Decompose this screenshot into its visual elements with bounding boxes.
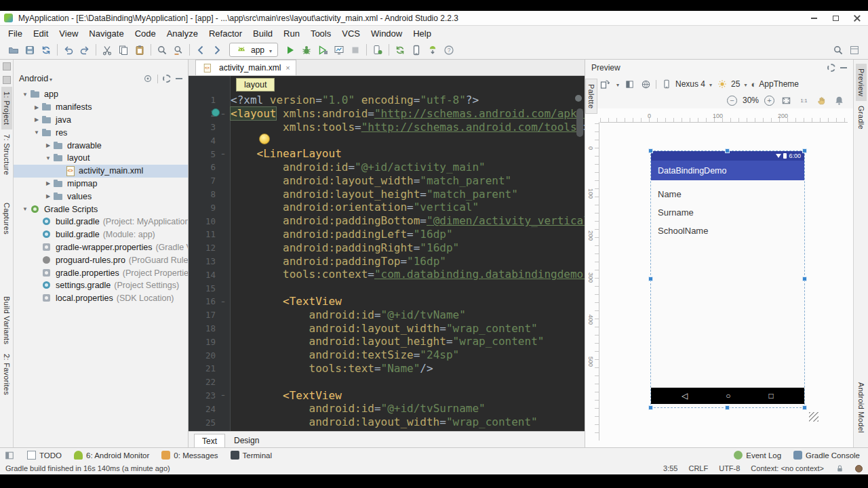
- resize-handle[interactable]: [725, 405, 730, 410]
- code-line[interactable]: 6 android:id="@+id/activity_main": [189, 161, 585, 174]
- device-selection[interactable]: 6:00 DataBindingDemo NameSurnameSchoolNa…: [650, 150, 805, 408]
- zoom-out-button[interactable]: [727, 96, 737, 106]
- tree-down-arrow-icon[interactable]: ▼: [32, 129, 41, 136]
- resize-handle[interactable]: [648, 405, 653, 410]
- close-tab-icon[interactable]: ×: [285, 64, 290, 72]
- tree-item-layout[interactable]: ▼layout: [14, 152, 188, 165]
- code-line[interactable]: 1<?xml version="1.0" encoding="utf-8"?>: [189, 94, 585, 107]
- code-line[interactable]: 18 android:layout_width="wrap_content": [189, 322, 585, 336]
- code-line[interactable]: 4: [189, 134, 585, 147]
- code-line[interactable]: 10 android:paddingBottom="@dimen/activit…: [189, 214, 585, 228]
- code-line[interactable]: 12 android:paddingRight="16dp": [189, 241, 585, 255]
- menu-tools[interactable]: Tools: [305, 27, 336, 40]
- gradle-sync-icon[interactable]: [392, 42, 408, 58]
- fold-icon[interactable]: −: [216, 298, 231, 305]
- replace-icon[interactable]: [170, 42, 186, 58]
- tree-down-arrow-icon[interactable]: ▼: [43, 155, 53, 161]
- debug-icon[interactable]: [298, 42, 315, 58]
- tool-window-tab-1-project[interactable]: 1: Project: [1, 87, 12, 129]
- attach-debugger-icon[interactable]: [370, 42, 386, 58]
- menu-window[interactable]: Window: [366, 27, 408, 40]
- tree-item-java[interactable]: ▶java: [14, 114, 188, 127]
- resize-handle[interactable]: [648, 277, 653, 281]
- forward-icon[interactable]: [209, 42, 225, 58]
- find-icon[interactable]: [154, 42, 170, 58]
- resize-grip[interactable]: [809, 412, 818, 422]
- code-line[interactable]: 3 xmlns:tools="http://schemas.android.co…: [189, 121, 585, 134]
- intention-bulb-icon[interactable]: [259, 134, 270, 144]
- tree-item-build-gradle[interactable]: build.gradle(Module: app): [14, 228, 188, 241]
- tool-window-tab-7-structure[interactable]: 7: Structure: [1, 129, 12, 180]
- tool-window-tab-android-model[interactable]: Android Model: [856, 378, 867, 438]
- tool-tab-0-messages[interactable]: 0: Messages: [161, 451, 218, 460]
- tree-item-settings-gradle[interactable]: settings.gradle(Project Settings): [14, 279, 188, 292]
- tree-item-drawable[interactable]: ▶drawable: [14, 139, 188, 152]
- code-line[interactable]: 20 android:textSize="24sp": [189, 348, 585, 362]
- pan-hand-icon[interactable]: [815, 94, 827, 106]
- tree-right-arrow-icon[interactable]: ▶: [32, 117, 41, 123]
- tree-down-arrow-icon[interactable]: ▼: [20, 92, 30, 98]
- tool-tab-todo[interactable]: TODO: [27, 451, 62, 460]
- tree-item-values[interactable]: ▶values: [14, 190, 188, 203]
- tool-tab-terminal[interactable]: Terminal: [231, 451, 272, 460]
- tool-window-tab-2-favorites[interactable]: 2: Favorites: [1, 349, 12, 400]
- zoom-fit-icon[interactable]: [780, 94, 792, 106]
- tree-right-arrow-icon[interactable]: ▶: [32, 104, 41, 110]
- tool-window-tab-preview[interactable]: Preview: [856, 64, 867, 101]
- hide-panel-icon[interactable]: [840, 67, 847, 68]
- code-line[interactable]: 8 android:layout_height="match_parent": [189, 188, 585, 201]
- menu-help[interactable]: Help: [408, 27, 437, 40]
- menu-view[interactable]: View: [54, 27, 83, 40]
- tab-text[interactable]: Text: [194, 434, 225, 447]
- tool-strip-icon[interactable]: [3, 76, 11, 84]
- tab-activity-main-xml[interactable]: activity_main.xml ×: [195, 60, 296, 75]
- code-line[interactable]: 24 android:id="@+id/tvSurname": [189, 402, 585, 415]
- zoom-in-button[interactable]: [764, 96, 774, 106]
- tree-item-manifests[interactable]: ▶manifests: [14, 101, 188, 114]
- code-line[interactable]: 25 android:layout_width="wrap_content": [189, 415, 585, 429]
- code-line[interactable]: 21 tools:text="Name"/>: [189, 362, 585, 375]
- monitor-icon[interactable]: [331, 42, 347, 58]
- project-view-selector[interactable]: Android: [19, 74, 52, 83]
- orientation-icon[interactable]: [599, 78, 611, 90]
- tab-design[interactable]: Design: [226, 434, 267, 447]
- inspections-profile-icon[interactable]: [855, 465, 863, 472]
- menu-run[interactable]: Run: [278, 27, 305, 40]
- menu-analyze[interactable]: Analyze: [161, 27, 203, 40]
- ui-mode-icon[interactable]: [623, 78, 635, 90]
- code-line[interactable]: 15: [189, 281, 585, 295]
- lock-icon[interactable]: [833, 462, 846, 474]
- menu-refactor[interactable]: Refactor: [203, 27, 248, 40]
- undo-icon[interactable]: [60, 42, 77, 58]
- notifications-bell-icon[interactable]: [833, 94, 845, 106]
- fold-icon[interactable]: −: [216, 150, 231, 157]
- tree-item-app[interactable]: ▼app: [14, 88, 188, 101]
- coverage-icon[interactable]: [315, 42, 331, 58]
- tool-tab-6-android-monitor[interactable]: 6: Android Monitor: [74, 451, 149, 460]
- tree-right-arrow-icon[interactable]: ▶: [43, 193, 53, 199]
- resize-handle[interactable]: [648, 148, 653, 153]
- status-context-no-context-[interactable]: Context: <no context>: [751, 464, 824, 472]
- code-line[interactable]: 13 android:paddingTop="16dp": [189, 255, 585, 268]
- resize-handle[interactable]: [725, 148, 730, 153]
- locate-icon[interactable]: [142, 74, 153, 84]
- run-icon[interactable]: [282, 42, 298, 58]
- gear-icon[interactable]: [827, 64, 835, 72]
- back-icon[interactable]: [193, 42, 209, 58]
- tree-item-res[interactable]: ▼res: [14, 126, 188, 139]
- code-editor[interactable]: 1<?xml version="1.0" encoding="utf-8"?>2…: [189, 76, 585, 431]
- fold-icon[interactable]: −: [216, 392, 231, 399]
- sync-icon[interactable]: [38, 42, 54, 58]
- code-line[interactable]: 9 android:orientation="vertical": [189, 201, 585, 214]
- paste-icon[interactable]: [132, 42, 148, 58]
- inspections-indicator-icon[interactable]: [575, 95, 582, 102]
- tool-strip-icon[interactable]: [3, 62, 11, 70]
- status-3-55[interactable]: 3:55: [663, 464, 677, 472]
- editor-scrollbar[interactable]: [576, 108, 583, 137]
- tool-tab-gradle-console[interactable]: Gradle Console: [793, 451, 860, 460]
- device-selector[interactable]: Nexus 4: [660, 78, 712, 90]
- tree-item-gradle-wrapper-properties[interactable]: gradle-wrapper.properties(Gradle Version…: [14, 241, 188, 254]
- tree-right-arrow-icon[interactable]: ▶: [43, 180, 53, 186]
- menu-build[interactable]: Build: [248, 27, 278, 40]
- tree-item-build-gradle[interactable]: build.gradle(Project: MyApplication): [14, 216, 188, 228]
